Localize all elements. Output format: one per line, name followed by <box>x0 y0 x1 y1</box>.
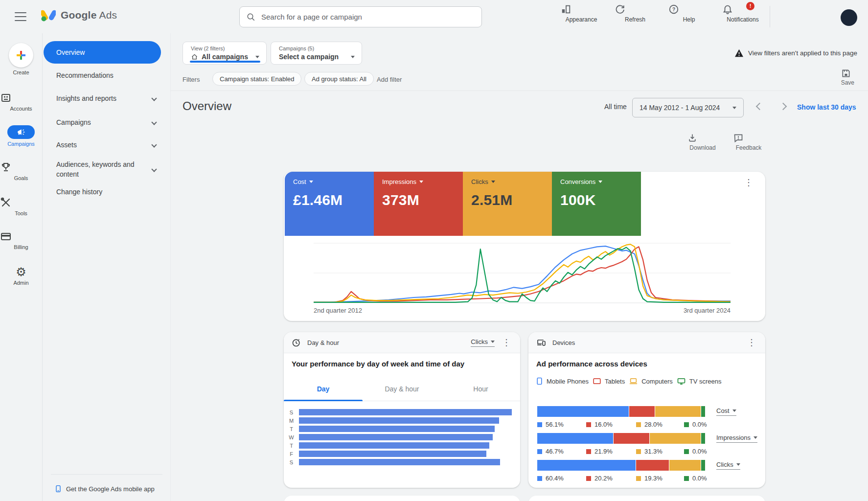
goals-trophy-icon <box>0 161 42 173</box>
nav-item-recommendations[interactable]: Recommendations <box>44 71 163 79</box>
view-progress-underline <box>190 61 260 63</box>
scorecard-impressions[interactable]: Impressions 373M <box>374 172 463 236</box>
rail-item-goals[interactable]: Goals <box>0 161 42 181</box>
device-metric-selector-2[interactable]: Impressions <box>716 434 757 443</box>
percent-cell: 0.0% <box>684 448 707 455</box>
legend-tablets: Tablets <box>593 378 625 385</box>
bar-segment[interactable] <box>614 433 649 444</box>
day-bar[interactable] <box>299 434 493 440</box>
admin-gear-icon: ⚙ <box>16 266 26 278</box>
account-avatar[interactable] <box>841 9 857 26</box>
bar-segment[interactable] <box>650 433 701 444</box>
campaign-selector[interactable]: Campaigns (5) Select a campaign <box>271 42 362 65</box>
filter-chip-ad-group-status[interactable]: Ad group status: All <box>304 72 374 86</box>
bar-segment[interactable] <box>701 433 706 444</box>
day-label: T <box>284 443 299 449</box>
view-selector[interactable]: View (2 filters) All campaigns <box>183 42 267 65</box>
rail-item-billing[interactable]: Billing <box>0 230 42 250</box>
nav-item-audiences-keywords-content[interactable]: Audiences, keywords and content <box>44 156 163 183</box>
nav-item-overview[interactable]: Overview <box>44 41 161 64</box>
percent-value: 19.3% <box>644 475 662 482</box>
previous-period-arrow[interactable] <box>756 103 764 111</box>
nav-item-campaigns[interactable]: Campaigns <box>44 118 163 126</box>
day-bar-row: M <box>284 416 520 425</box>
partial-card-right <box>528 496 765 501</box>
bell-icon <box>722 4 763 15</box>
rail-item-campaigns[interactable]: Campaigns <box>0 125 42 147</box>
timeline-axis-labels: 2nd quarter 2012 3rd quarter 2024 <box>314 307 731 314</box>
mobile-app-link[interactable]: Get the Google Ads mobile app <box>54 484 155 493</box>
day-bar[interactable] <box>299 426 495 432</box>
card-menu-button[interactable] <box>743 177 754 188</box>
appearance-button[interactable]: Appearance <box>561 4 602 23</box>
billing-card-icon <box>0 230 42 242</box>
scorecard-conversions[interactable]: Conversions 100K <box>552 172 641 236</box>
percent-row: 60.4%20.2%19.3%0.0% <box>537 475 709 482</box>
scorecard-clicks[interactable]: Clicks 2.51M <box>463 172 552 236</box>
device-metric-selector-1[interactable]: Cost <box>716 407 736 416</box>
tab-day[interactable]: Day <box>284 385 363 393</box>
card-title: Devices <box>552 339 575 346</box>
nav-item-change-history[interactable]: Change history <box>44 188 163 196</box>
bar-segment[interactable] <box>537 433 614 444</box>
tab-day-and-hour[interactable]: Day & hour <box>363 385 441 393</box>
rail-item-tools[interactable]: Tools <box>0 197 42 216</box>
card-menu-button[interactable] <box>501 337 512 348</box>
rail-item-create[interactable]: Create <box>0 43 42 75</box>
day-bar[interactable] <box>299 442 489 449</box>
card-menu-button[interactable] <box>746 337 757 348</box>
day-hour-metric-selector[interactable]: Clicks <box>471 338 495 347</box>
card-subtitle: Ad performance across devices <box>536 360 647 368</box>
campaigns-megaphone-icon <box>7 125 35 139</box>
brand-text: GoogleAds <box>61 9 117 21</box>
day-bar[interactable] <box>299 417 499 424</box>
help-icon: ? <box>668 4 709 15</box>
tv-icon <box>677 378 685 385</box>
bar-segment[interactable] <box>636 460 669 471</box>
feedback-button[interactable]: Feedback <box>733 133 764 151</box>
feedback-icon <box>733 133 764 143</box>
active-tab-underline <box>284 400 363 401</box>
nav-item-insights-and-reports[interactable]: Insights and reports <box>44 94 163 102</box>
download-button[interactable]: Download <box>687 133 718 151</box>
warning-triangle-icon <box>734 49 744 57</box>
bar-segment[interactable] <box>629 406 656 417</box>
bar-segment[interactable] <box>669 460 701 471</box>
day-bar[interactable] <box>299 409 512 415</box>
search-input[interactable]: Search for a page or campaign <box>239 6 482 27</box>
bar-segment[interactable] <box>655 406 701 417</box>
next-period-arrow[interactable] <box>779 103 787 111</box>
save-button[interactable]: Save <box>841 68 854 86</box>
bar-segment[interactable] <box>701 460 706 471</box>
percent-row: 56.1%16.0%28.0%0.0% <box>537 421 709 428</box>
filter-chip-campaign-status[interactable]: Campaign status: Enabled <box>212 72 301 86</box>
legend-square-icon <box>636 476 641 481</box>
scorecard-cost[interactable]: Cost £1.46M <box>285 172 374 236</box>
drawer-footer-divider <box>51 474 162 475</box>
rail-item-accounts[interactable]: Accounts <box>0 92 42 112</box>
tablet-icon <box>593 378 601 385</box>
clock-icon <box>292 338 301 347</box>
percent-value: 20.2% <box>594 475 613 482</box>
bar-segment[interactable] <box>701 406 706 417</box>
menu-icon[interactable] <box>15 12 26 21</box>
rail-item-admin[interactable]: ⚙ Admin <box>0 266 42 286</box>
legend-square-icon <box>636 449 641 454</box>
add-filter-button[interactable]: Add filter <box>377 76 402 83</box>
bar-segment[interactable] <box>537 460 636 471</box>
show-last-30-days-link[interactable]: Show last 30 days <box>797 103 856 111</box>
caret-down-icon <box>255 56 259 58</box>
mobile-phone-icon <box>54 484 62 493</box>
date-range-selector[interactable]: 14 May 2012 - 1 Aug 2024 <box>632 98 744 117</box>
tab-hour[interactable]: Hour <box>441 385 520 393</box>
bar-segment[interactable] <box>537 406 629 417</box>
refresh-button[interactable]: Refresh <box>615 4 656 23</box>
notifications-button[interactable]: ! Notifications <box>722 4 763 23</box>
day-bar[interactable] <box>299 451 486 457</box>
nav-item-assets[interactable]: Assets <box>44 141 163 149</box>
device-metric-selector-3[interactable]: Clicks <box>716 461 740 470</box>
caret-down-icon <box>491 341 495 343</box>
chevron-down-icon <box>151 95 157 101</box>
help-button[interactable]: ? Help <box>668 4 709 23</box>
day-bar[interactable] <box>299 459 500 465</box>
